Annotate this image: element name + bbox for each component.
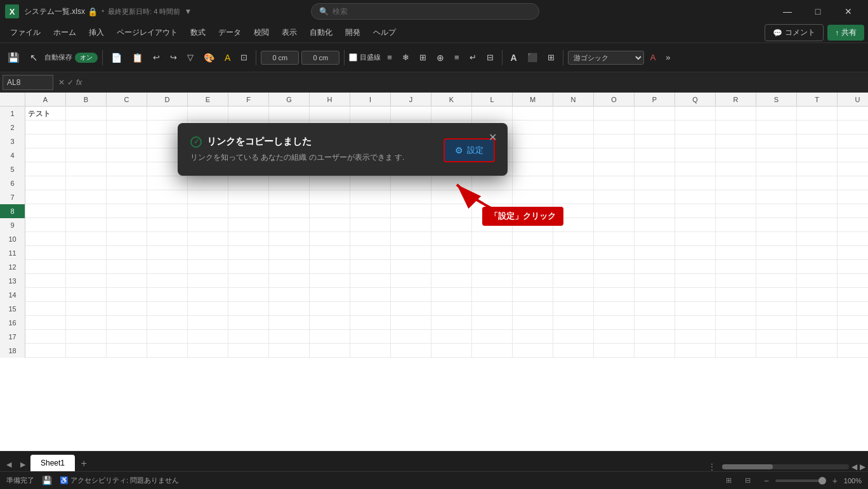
cell-15-3[interactable] (147, 302, 188, 316)
cell-18-11[interactable] (472, 344, 513, 358)
cell-15-8[interactable] (350, 302, 391, 316)
row-num-10[interactable]: 10 (0, 232, 25, 246)
cell-18-0[interactable] (25, 344, 66, 358)
cell-14-12[interactable] (513, 288, 553, 302)
cell-3-2[interactable] (107, 134, 147, 148)
cell-q1[interactable] (675, 107, 716, 121)
cell-17-3[interactable] (147, 330, 188, 344)
cell-12-18[interactable] (756, 260, 797, 274)
cell-8-2[interactable] (107, 204, 147, 218)
cell-3-17[interactable] (716, 134, 756, 148)
cell-g1[interactable] (269, 107, 310, 121)
cell-15-16[interactable] (675, 302, 716, 316)
cell-2-16[interactable] (675, 121, 716, 134)
cell-10-10[interactable] (431, 232, 472, 246)
cell-2-13[interactable] (553, 121, 594, 134)
cell-15-4[interactable] (188, 302, 228, 316)
cell-9-9[interactable] (391, 218, 431, 232)
cell-17-6[interactable] (269, 330, 310, 344)
cell-8-4[interactable] (188, 204, 228, 218)
cell-5-2[interactable] (107, 162, 147, 176)
cell-7-6[interactable] (269, 190, 310, 204)
cell-7-5[interactable] (228, 190, 269, 204)
formula-check-icon[interactable]: ✓ (67, 78, 74, 87)
cell-11-15[interactable] (635, 246, 675, 260)
col-C[interactable]: C (107, 93, 147, 107)
cell-13-15[interactable] (635, 274, 675, 288)
cell-d1[interactable] (147, 107, 188, 121)
comment-button[interactable]: 💬 コメント (765, 24, 824, 41)
cell-8-12[interactable] (513, 204, 553, 218)
cell-r1[interactable] (716, 107, 756, 121)
cell-16-0[interactable] (25, 316, 66, 330)
cell-11-6[interactable] (269, 246, 310, 260)
cell-9-10[interactable] (431, 218, 472, 232)
col-M[interactable]: M (513, 93, 553, 107)
row-num-12[interactable]: 12 (0, 260, 25, 274)
cell-8-15[interactable] (635, 204, 675, 218)
cell-9-3[interactable] (147, 218, 188, 232)
cell-13-13[interactable] (553, 274, 594, 288)
col-B[interactable]: B (66, 93, 107, 107)
cell-13-14[interactable] (594, 274, 635, 288)
col-K[interactable]: K (431, 93, 472, 107)
row-num-17[interactable]: 17 (0, 330, 25, 344)
cell-12-6[interactable] (269, 260, 310, 274)
cell-7-19[interactable] (797, 190, 838, 204)
cell-8-16[interactable] (675, 204, 716, 218)
cell-10-13[interactable] (553, 232, 594, 246)
col-F[interactable]: F (228, 93, 269, 107)
col-I[interactable]: I (350, 93, 391, 107)
cell-16-11[interactable] (472, 316, 513, 330)
cell-7-9[interactable] (391, 190, 431, 204)
cell-2-18[interactable] (756, 121, 797, 134)
cell-14-5[interactable] (228, 288, 269, 302)
cell-13-12[interactable] (513, 274, 553, 288)
cell-16-2[interactable] (107, 316, 147, 330)
cell-7-14[interactable] (594, 190, 635, 204)
cell-15-1[interactable] (66, 302, 107, 316)
row-num-15[interactable]: 15 (0, 302, 25, 316)
formula-fx-icon[interactable]: fx (76, 78, 82, 87)
cell-6-10[interactable] (431, 176, 472, 190)
cell-width-input[interactable] (261, 51, 299, 65)
zoom-out-button[interactable]: − (760, 474, 773, 487)
cell-17-10[interactable] (431, 330, 472, 344)
cell-7-11[interactable] (472, 190, 513, 204)
cell-2-0[interactable] (25, 121, 66, 134)
cell-15-6[interactable] (269, 302, 310, 316)
menu-automate[interactable]: 自動化 (303, 25, 339, 41)
cell-n1[interactable] (553, 107, 594, 121)
cell-10-5[interactable] (228, 232, 269, 246)
cell-height-input[interactable] (301, 51, 339, 65)
cell-7-1[interactable] (66, 190, 107, 204)
cell-12-12[interactable] (513, 260, 553, 274)
row-num-4[interactable]: 4 (0, 148, 25, 162)
cell-16-17[interactable] (716, 316, 756, 330)
cell-13-8[interactable] (350, 274, 391, 288)
cell-5-0[interactable] (25, 162, 66, 176)
menu-help[interactable]: ヘルプ (367, 25, 402, 41)
sheet-nav-right[interactable]: ▶ (16, 457, 29, 471)
cell-3-18[interactable] (756, 134, 797, 148)
add-sheet-button[interactable]: + (76, 456, 91, 471)
cell-17-9[interactable] (391, 330, 431, 344)
cell-16-1[interactable] (66, 316, 107, 330)
cell-18-10[interactable] (431, 344, 472, 358)
cell-6-14[interactable] (594, 176, 635, 190)
cell-12-0[interactable] (25, 260, 66, 274)
cell-11-17[interactable] (716, 246, 756, 260)
cell-13-9[interactable] (391, 274, 431, 288)
cell-13-19[interactable] (797, 274, 838, 288)
cell-12-19[interactable] (797, 260, 838, 274)
cell-10-1[interactable] (66, 232, 107, 246)
col-D[interactable]: D (147, 93, 188, 107)
cell-b1[interactable] (66, 107, 107, 121)
cell-8-6[interactable] (269, 204, 310, 218)
cell-10-2[interactable] (107, 232, 147, 246)
row-num-9[interactable]: 9 (0, 218, 25, 232)
cell-13-5[interactable] (228, 274, 269, 288)
cell-9-17[interactable] (716, 218, 756, 232)
cell-8-14[interactable] (594, 204, 635, 218)
cell-18-6[interactable] (269, 344, 310, 358)
